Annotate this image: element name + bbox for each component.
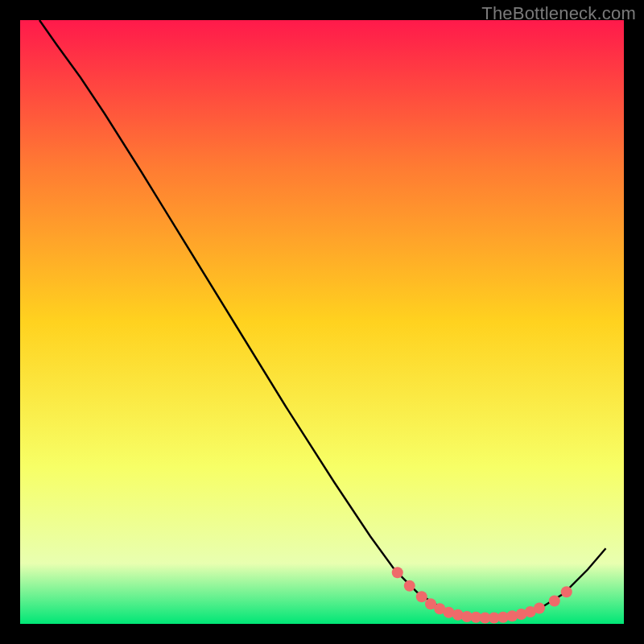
curve-marker xyxy=(404,580,415,592)
curve-marker xyxy=(534,603,545,614)
chart-frame: TheBottleneck.com xyxy=(0,0,644,644)
curve-marker xyxy=(549,596,560,607)
bottleneck-chart xyxy=(0,0,644,644)
curve-marker xyxy=(561,586,572,597)
curve-marker xyxy=(392,567,403,578)
curve-marker xyxy=(416,591,427,602)
plot-background xyxy=(20,20,624,624)
watermark-text: TheBottleneck.com xyxy=(481,3,636,24)
